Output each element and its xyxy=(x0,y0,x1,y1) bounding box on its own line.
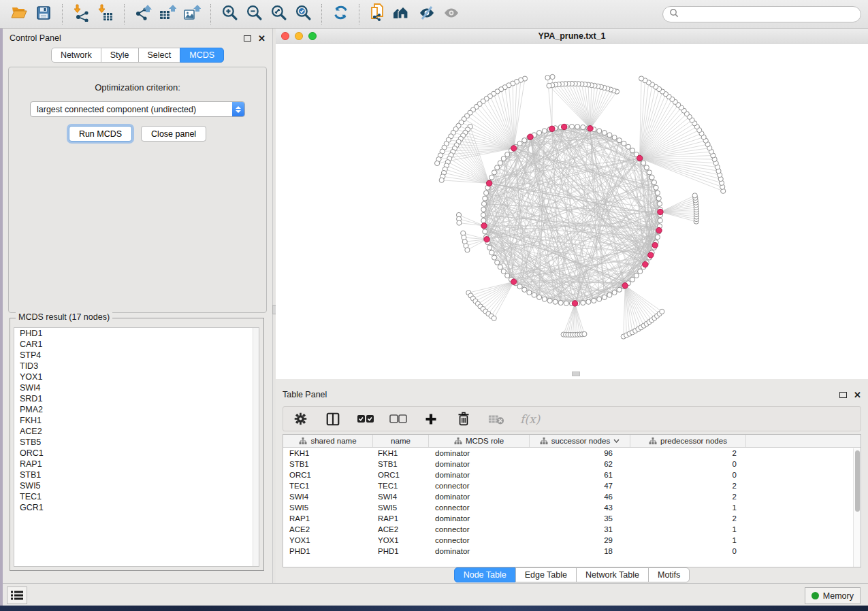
column-header-successor-nodes[interactable]: successor nodes xyxy=(530,435,630,447)
table-row[interactable]: STB1STB1dominator620 xyxy=(283,459,861,469)
list-item[interactable]: CAR1 xyxy=(14,339,259,350)
import-network-button[interactable] xyxy=(69,3,93,26)
table-toolbar: f(x) xyxy=(283,406,861,431)
list-item[interactable]: PMA2 xyxy=(14,404,259,415)
column-header-shared-name[interactable]: shared name xyxy=(283,435,373,447)
table-row[interactable]: ACE2ACE2connector311 xyxy=(283,524,861,535)
copy-network-button[interactable] xyxy=(366,3,390,26)
zoom-in-button[interactable] xyxy=(217,3,242,26)
tab-style[interactable]: Style xyxy=(101,48,139,63)
criterion-label: Optimization criterion: xyxy=(9,82,266,93)
create-column-button[interactable] xyxy=(422,410,440,428)
node-table: shared name name MCDS role successor nod… xyxy=(283,434,861,567)
table-scrollbar-thumb[interactable] xyxy=(855,450,860,512)
tab-node-table[interactable]: Node Table xyxy=(454,567,516,582)
show-hidden-button[interactable] xyxy=(439,3,464,26)
list-item[interactable]: PHD1 xyxy=(14,328,259,339)
dropdown-stepper-icon xyxy=(232,102,244,116)
list-item[interactable]: STB1 xyxy=(14,469,259,480)
mcds-result-list[interactable]: PHD1 CAR1 STP4 TID3 YOX1 SWI4 SRD1 PMA2 … xyxy=(14,327,259,567)
network-graph[interactable] xyxy=(276,44,868,379)
table-row[interactable]: TEC1TEC1connector472 xyxy=(283,480,861,491)
list-item[interactable]: STB5 xyxy=(14,437,259,448)
search-input[interactable] xyxy=(679,10,854,19)
table-row[interactable]: FKH1FKH1dominator962 xyxy=(283,448,861,459)
result-scrollbar[interactable] xyxy=(253,328,259,566)
table-settings-button[interactable] xyxy=(291,410,309,428)
export-table-button[interactable] xyxy=(155,3,180,26)
list-item[interactable]: FKH1 xyxy=(14,415,259,426)
search-field[interactable] xyxy=(662,6,861,22)
run-mcds-button[interactable]: Run MCDS xyxy=(69,126,132,142)
zoom-out-icon xyxy=(246,4,263,24)
tab-motifs[interactable]: Motifs xyxy=(648,567,690,582)
table-row[interactable]: ORC1ORC1dominator610 xyxy=(283,469,861,480)
open-file-button[interactable] xyxy=(7,3,31,26)
mcds-panel: Optimization criterion: largest connecte… xyxy=(8,67,267,313)
application-window: Control Panel ✕ Network Style Select MCD… xyxy=(0,0,868,606)
list-item[interactable]: STP4 xyxy=(14,350,259,361)
list-item[interactable]: ORC1 xyxy=(14,448,259,459)
float-panel-icon[interactable] xyxy=(244,35,251,42)
list-item[interactable]: SRD1 xyxy=(14,393,259,404)
export-image-icon xyxy=(183,4,201,24)
table-scrollbar[interactable] xyxy=(853,448,861,567)
criterion-dropdown[interactable]: largest connected component (undirected) xyxy=(30,101,245,117)
list-item[interactable]: SWI4 xyxy=(14,382,259,393)
save-session-button[interactable] xyxy=(31,3,56,26)
desktop-wallpaper-strip xyxy=(0,29,3,606)
table-panel: Table Panel ✕ f(x) shared name name xyxy=(276,385,868,583)
zoom-selected-button[interactable] xyxy=(291,3,315,26)
list-item[interactable]: YOX1 xyxy=(14,371,259,382)
list-item[interactable]: TEC1 xyxy=(14,491,259,502)
export-network-button[interactable] xyxy=(131,3,155,26)
toolbar-separator xyxy=(124,4,125,24)
save-session-icon xyxy=(35,5,52,24)
column-header-predecessor-nodes[interactable]: predecessor nodes xyxy=(630,435,746,447)
unselect-all-columns-button[interactable] xyxy=(389,410,407,428)
memory-button[interactable]: Memory xyxy=(805,587,861,604)
table-row[interactable]: SWI5SWI5connector431 xyxy=(283,502,861,513)
list-item[interactable]: TID3 xyxy=(14,361,259,371)
import-table-button[interactable] xyxy=(93,3,118,26)
table-row[interactable]: SWI4SWI4dominator462 xyxy=(283,491,861,502)
hide-selected-button[interactable] xyxy=(415,3,439,26)
close-table-panel-icon[interactable]: ✕ xyxy=(854,391,861,399)
network-view-window: YPA_prune.txt_1 xyxy=(276,29,868,379)
tree-icon xyxy=(299,437,307,445)
refresh-layout-button[interactable] xyxy=(328,3,353,26)
tree-icon xyxy=(454,437,462,445)
column-header-mcds-role[interactable]: MCDS role xyxy=(429,435,530,447)
zoom-out-button[interactable] xyxy=(242,3,266,26)
export-image-button[interactable] xyxy=(180,3,204,26)
control-panel: Control Panel ✕ Network Style Select MCD… xyxy=(3,29,273,583)
network-canvas[interactable] xyxy=(276,44,868,379)
zoom-fit-icon xyxy=(270,4,287,24)
tab-network[interactable]: Network xyxy=(51,48,101,63)
select-all-columns-button[interactable] xyxy=(357,410,374,428)
close-mcds-panel-button[interactable]: Close panel xyxy=(141,126,206,142)
zoom-fit-button[interactable] xyxy=(266,3,291,26)
task-history-button[interactable] xyxy=(7,587,27,604)
table-row[interactable]: PHD1PHD1dominator180 xyxy=(283,546,861,557)
horizontal-splitter[interactable] xyxy=(276,379,868,385)
delete-column-button[interactable] xyxy=(455,410,472,428)
list-item[interactable]: SWI5 xyxy=(14,480,259,491)
tab-network-table[interactable]: Network Table xyxy=(576,567,649,582)
close-panel-icon[interactable]: ✕ xyxy=(258,34,266,43)
tab-select[interactable]: Select xyxy=(138,48,181,63)
list-item[interactable]: GCR1 xyxy=(14,502,259,513)
column-header-name[interactable]: name xyxy=(373,435,429,447)
canvas-scrollbar-grip[interactable] xyxy=(572,371,580,376)
tab-mcds[interactable]: MCDS xyxy=(180,48,224,63)
list-item[interactable]: RAP1 xyxy=(14,459,259,469)
table-row[interactable]: RAP1RAP1dominator352 xyxy=(283,513,861,524)
show-columns-button[interactable] xyxy=(324,410,342,428)
import-table-icon xyxy=(97,4,114,24)
list-item[interactable]: ACE2 xyxy=(14,426,259,437)
table-row[interactable]: YOX1YOX1connector291 xyxy=(283,535,861,546)
tab-edge-table[interactable]: Edge Table xyxy=(515,567,577,582)
show-all-networks-button[interactable] xyxy=(390,3,415,26)
float-table-panel-icon[interactable] xyxy=(839,392,847,398)
show-hidden-icon xyxy=(443,5,460,24)
